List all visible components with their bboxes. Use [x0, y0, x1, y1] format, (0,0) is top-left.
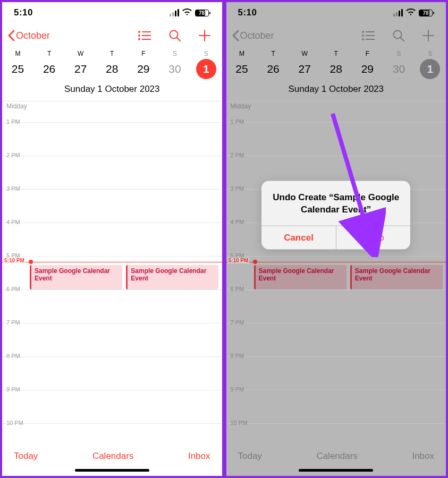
- svg-line-17: [401, 38, 404, 41]
- svg-point-16: [394, 31, 402, 39]
- list-icon[interactable]: [138, 31, 151, 40]
- wifi-icon: [182, 7, 192, 18]
- add-icon: [422, 30, 434, 41]
- date-cell[interactable]: 28: [96, 63, 128, 75]
- battery-icon: 78: [195, 10, 210, 16]
- wifi-icon: [406, 7, 416, 18]
- date-cell[interactable]: 29: [128, 63, 159, 75]
- svg-point-4: [138, 38, 140, 40]
- chevron-left-icon: [7, 30, 15, 41]
- date-cell[interactable]: 30: [159, 63, 190, 75]
- battery-icon: 78: [419, 10, 434, 16]
- undo-alert: Undo Create “Sample Google Calendar Even…: [261, 181, 410, 250]
- date-row: 25 26 27 28 29 30 1: [2, 57, 222, 81]
- chevron-left-icon: [232, 30, 239, 41]
- date-cell[interactable]: 25: [2, 63, 33, 75]
- svg-rect-15: [366, 39, 375, 40]
- status-bar: 5:10 78: [2, 2, 222, 23]
- svg-point-0: [138, 31, 140, 33]
- svg-rect-5: [142, 39, 151, 40]
- svg-point-12: [362, 35, 364, 37]
- calendar-day-screen-dimmed: 5:10 78 October MTWTFSS 2526272829301: [226, 2, 446, 476]
- search-icon[interactable]: [169, 30, 181, 41]
- back-button[interactable]: October: [7, 30, 50, 41]
- calendar-event[interactable]: Sample Google Calendar Event: [30, 265, 122, 289]
- signal-icon: [393, 9, 403, 16]
- hour-grid[interactable]: Midday 1 PM 2 PM 3 PM 4 PM 5 PM 6 PM 7 P…: [2, 101, 222, 443]
- clock-time: 5:10: [14, 7, 33, 18]
- weekday-row: MTWTFSS: [2, 48, 222, 57]
- home-indicator: [299, 469, 373, 472]
- calendar-event[interactable]: Sample Google Calendar Event: [126, 265, 218, 289]
- date-cell-selected[interactable]: 1: [196, 59, 216, 79]
- back-label: October: [16, 30, 50, 41]
- list-icon: [362, 31, 375, 40]
- add-icon[interactable]: [199, 30, 210, 41]
- toolbar: Today Calendars Inbox: [2, 443, 222, 467]
- undo-button[interactable]: Undo: [336, 226, 411, 250]
- svg-point-6: [170, 31, 177, 39]
- search-icon: [393, 30, 404, 41]
- back-button: October: [232, 30, 274, 41]
- date-cell[interactable]: 27: [65, 63, 96, 75]
- today-button[interactable]: Today: [14, 451, 38, 462]
- svg-rect-3: [142, 35, 151, 36]
- svg-rect-13: [366, 35, 375, 36]
- svg-point-10: [362, 31, 364, 33]
- cancel-button[interactable]: Cancel: [261, 226, 336, 250]
- svg-rect-1: [142, 31, 151, 32]
- svg-line-7: [177, 38, 180, 41]
- svg-point-14: [362, 38, 364, 40]
- nav-bar: October: [2, 23, 222, 48]
- home-indicator[interactable]: [75, 469, 149, 472]
- alert-title: Undo Create “Sample Google Calendar Even…: [261, 181, 410, 226]
- date-cell[interactable]: 26: [33, 63, 65, 75]
- now-indicator: 5:10 PM: [2, 262, 222, 262]
- svg-point-2: [138, 35, 140, 37]
- svg-rect-11: [366, 31, 375, 32]
- date-title: Sunday 1 October 2023: [2, 81, 222, 101]
- inbox-button[interactable]: Inbox: [188, 451, 210, 462]
- signal-icon: [170, 9, 179, 16]
- calendars-button[interactable]: Calendars: [92, 451, 134, 462]
- calendar-day-screen: 5:10 78 October MTWTFSS 25 26 27: [2, 2, 222, 476]
